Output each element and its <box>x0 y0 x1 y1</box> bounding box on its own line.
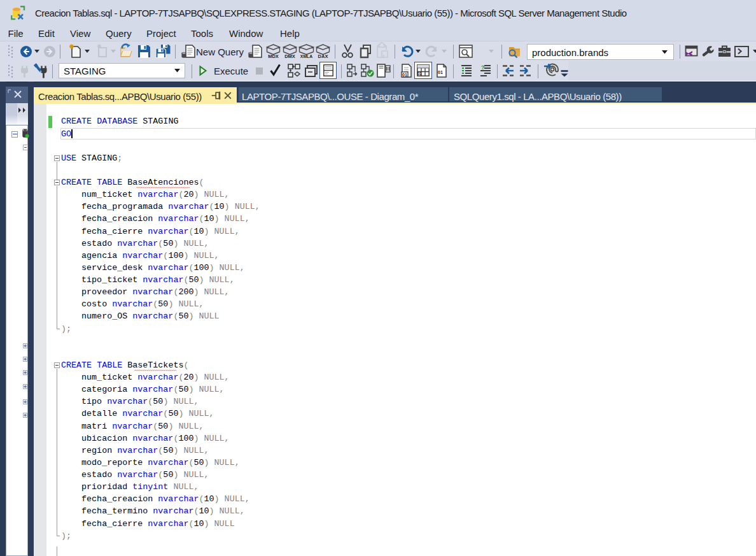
svg-text:01: 01 <box>438 70 443 75</box>
svg-text:01: 01 <box>417 71 422 76</box>
svg-text:DMX: DMX <box>284 53 295 59</box>
svg-text:DAX: DAX <box>318 53 328 59</box>
svg-text:?: ? <box>481 64 485 71</box>
svg-text:XMLA: XMLA <box>300 54 312 59</box>
svg-text:MDX: MDX <box>268 53 279 59</box>
svg-text:01: 01 <box>402 73 407 77</box>
